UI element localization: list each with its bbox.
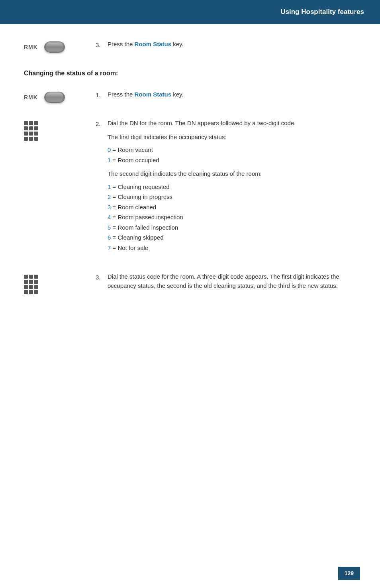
occ-desc-1: = Room occupied [113,157,159,163]
clean-num-5: 5 [108,224,111,231]
clean-num-1: 1 [108,183,111,190]
step-1-number: 1. [96,90,108,100]
pill-key-inner-intro [46,43,63,51]
cleaning-item-3: 3 = Room cleaned [108,203,356,212]
occupancy-code-list: 0 = Room vacant 1 = Room occupied [108,146,356,165]
occ-num-0: 0 [108,146,111,153]
step-1-text-before: Press the [108,91,135,98]
step-3-text: Dial the status code for the room. A thr… [108,272,356,290]
step-2-icons [24,119,96,141]
step-1-highlight: Room Status [135,91,172,98]
keypad-icon-3 [24,275,38,294]
cleaning-item-2: 2 = Cleaning in progress [108,193,356,202]
cleaning-code-list: 1 = Cleaning requested 2 = Cleaning in p… [108,183,356,253]
rmk-label-intro: RMK [24,43,38,51]
pill-key-1 [44,92,65,103]
clean-num-7: 7 [108,244,111,251]
intro-step-number: 3. [96,40,108,50]
cleaning-item-5: 5 = Room failed inspection [108,223,356,232]
clean-desc-1: = Cleaning requested [113,183,170,190]
pill-key-intro [44,41,65,53]
keypad-icon-2 [24,121,38,141]
page-content: RMK 3. Press the Room Status key. Changi… [0,24,380,334]
step-3-row: 3. Dial the status code for the room. A … [24,272,356,294]
header-bar: Using Hospitality features [0,0,380,24]
cleaning-item-6: 6 = Cleaning skipped [108,233,356,242]
clean-num-4: 4 [108,214,111,220]
step-1-row: RMK 1. Press the Room Status key. [24,90,356,103]
cleaning-item-7: 7 = Not for sale [108,244,356,253]
intro-text-after: key. [171,41,184,47]
clean-desc-7: = Not for sale [113,244,149,251]
step-2-main-text: Dial the DN for the room. The DN appears… [108,119,356,128]
section-heading: Changing the status of a room: [24,69,356,78]
header-title: Using Hospitality features [280,7,364,17]
clean-desc-4: = Room passed inspection [113,214,183,220]
step-1-icons: RMK [24,90,96,103]
clean-num-6: 6 [108,234,111,241]
rmk-label-1: RMK [24,93,38,102]
occupancy-item-0: 0 = Room vacant [108,146,356,155]
step-2-content: Dial the DN for the room. The DN appears… [108,119,356,256]
step-1-text-after: key. [171,91,184,98]
step-2-number: 2. [96,119,108,129]
occ-desc-0: = Room vacant [113,146,153,153]
step-3-icons [24,272,96,294]
intro-step-text: Press the Room Status key. [108,40,356,49]
clean-desc-6: = Cleaning skipped [113,234,164,241]
intro-step-row: RMK 3. Press the Room Status key. [24,40,356,53]
step-3-number: 3. [96,272,108,282]
clean-num-2: 2 [108,193,111,200]
step-1-text: Press the Room Status key. [108,90,356,99]
intro-highlight: Room Status [135,41,172,47]
intro-step-icons: RMK [24,40,96,53]
step-2-sub-text2: The second digit indicates the cleaning … [108,169,356,179]
step-2-row: 2. Dial the DN for the room. The DN appe… [24,119,356,256]
page-number: 129 [338,567,360,580]
pill-key-inner-1 [46,93,63,102]
clean-desc-5: = Room failed inspection [113,224,178,231]
clean-num-3: 3 [108,204,111,210]
cleaning-item-4: 4 = Room passed inspection [108,213,356,222]
clean-desc-2: = Cleaning in progress [113,193,173,200]
cleaning-item-1: 1 = Cleaning requested [108,183,356,192]
occ-num-1: 1 [108,157,111,163]
step-2-sub-text1: The first digit indicates the occupancy … [108,133,356,142]
occupancy-item-1: 1 = Room occupied [108,156,356,165]
intro-text-before: Press the [108,41,135,47]
clean-desc-3: = Room cleaned [113,204,157,210]
